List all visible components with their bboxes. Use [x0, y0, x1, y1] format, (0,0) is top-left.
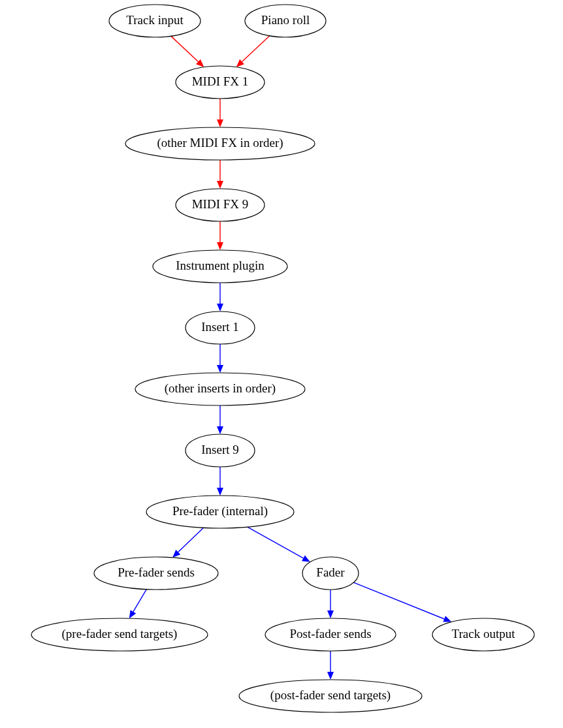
node-label: Instrument plugin — [176, 259, 265, 272]
node-track-output: Track output — [432, 618, 534, 651]
arrowhead-icon — [217, 426, 223, 434]
arrowhead-icon — [217, 181, 223, 189]
arrowhead-icon — [217, 365, 223, 373]
node-label: (post-fader send targets) — [270, 688, 391, 703]
arrowhead-icon — [217, 304, 223, 311]
node-pre-targets: (pre-fader send targets) — [31, 618, 208, 651]
node-label: (other inserts in order) — [165, 381, 276, 396]
node-label: Piano roll — [261, 13, 310, 27]
node-label: Pre-fader sends — [118, 565, 195, 579]
node-label: Track input — [126, 13, 184, 27]
arrowhead-icon — [443, 616, 451, 622]
node-label: MIDI FX 1 — [192, 74, 249, 88]
node-label: Insert 1 — [201, 320, 239, 334]
node-label: Insert 9 — [201, 443, 239, 456]
edge-pre_fader_internal-to-pre_fader_sends — [178, 528, 204, 552]
edge-pre_fader_sends-to-pre_targets — [133, 590, 146, 612]
node-track-input: Track input — [109, 5, 201, 37]
node-fader: Fader — [302, 557, 359, 590]
node-label: (pre-fader send targets) — [62, 627, 178, 641]
node-insert-9: Insert 9 — [185, 434, 255, 467]
arrowhead-icon — [327, 610, 334, 618]
node-label: Track output — [452, 627, 516, 641]
edge-pre_fader_internal-to-fader — [248, 527, 304, 558]
node-pre-fader-internal: Pre-fader (internal) — [146, 496, 294, 528]
arrowhead-icon — [302, 556, 310, 562]
node-label: Fader — [316, 565, 345, 579]
node-label: Pre-fader (internal) — [172, 504, 268, 518]
arrowhead-icon — [327, 672, 334, 680]
node-midi-fx-1: MIDI FX 1 — [176, 66, 265, 99]
edge-track_input-to-midi_fx_1 — [171, 36, 199, 61]
arrowhead-icon — [129, 610, 136, 618]
signal-flow-diagram: Track inputPiano rollMIDI FX 1(other MID… — [0, 0, 563, 728]
node-other-inserts: (other inserts in order) — [135, 373, 305, 405]
node-pre-fader-sends: Pre-fader sends — [94, 557, 218, 590]
edge-fader-to-track_output — [353, 582, 444, 619]
node-label: Post-fader sends — [289, 627, 371, 641]
node-other-midi-fx: (other MIDI FX in order) — [125, 127, 315, 160]
node-label: (other MIDI FX in order) — [157, 136, 283, 150]
arrowhead-icon — [217, 119, 223, 127]
node-insert-1: Insert 1 — [185, 311, 255, 344]
arrowhead-icon — [217, 488, 223, 496]
edge-piano_roll-to-midi_fx_1 — [242, 36, 270, 62]
node-post-targets: (post-fader send targets) — [239, 680, 422, 712]
node-instrument-plugin: Instrument plugin — [153, 250, 287, 283]
arrowhead-icon — [217, 242, 223, 250]
node-piano-roll: Piano roll — [245, 5, 326, 37]
node-label: MIDI FX 9 — [192, 197, 249, 211]
node-post-fader-sends: Post-fader sends — [265, 618, 396, 651]
node-midi-fx-9: MIDI FX 9 — [176, 189, 265, 221]
